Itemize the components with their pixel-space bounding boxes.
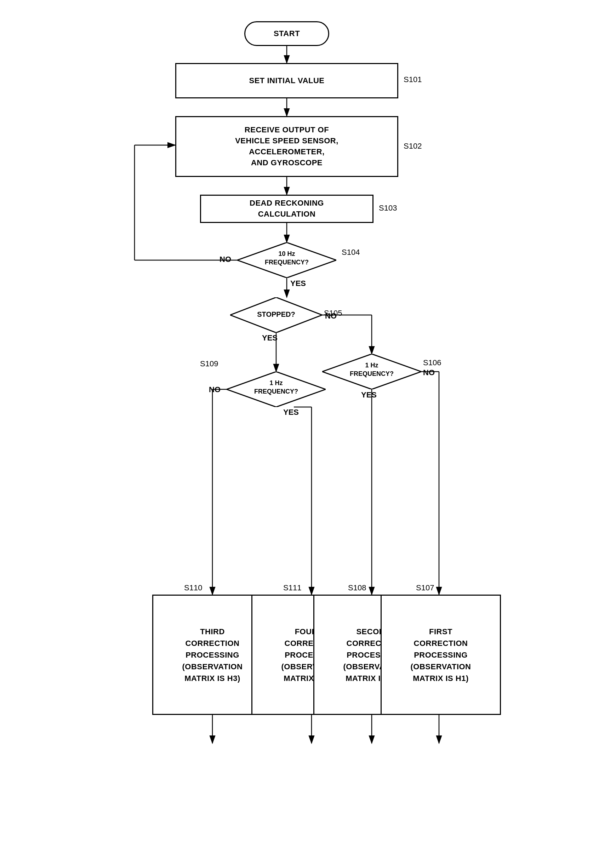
s103-step: S103 <box>379 204 397 213</box>
start-label: START <box>273 29 300 38</box>
s109-diamond: 1 Hz FREQUENCY? <box>226 372 326 407</box>
svg-text:1 Hz: 1 Hz <box>365 362 378 369</box>
s101-label: SET INITIAL VALUE <box>249 76 324 85</box>
s106-diamond: 1 Hz FREQUENCY? <box>322 354 421 389</box>
flowchart-diagram: START SET INITIAL VALUE S101 RECEIVE OUT… <box>113 14 503 857</box>
s103-node: DEAD RECKONING CALCULATION <box>200 195 374 223</box>
s104-no-label: NO <box>220 255 231 264</box>
s104-diamond: 10 Hz FREQUENCY? <box>237 242 336 278</box>
s109-no-label: NO <box>209 385 220 394</box>
svg-text:10 Hz: 10 Hz <box>278 250 295 257</box>
s106-no-label: NO <box>423 368 435 377</box>
s105-yes-label: YES <box>262 333 278 342</box>
s107-node: FIRST CORRECTION PROCESSING (OBSERVATION… <box>380 595 501 715</box>
svg-text:STOPPED?: STOPPED? <box>257 311 295 318</box>
svg-text:FREQUENCY?: FREQUENCY? <box>350 370 394 377</box>
s104-step: S104 <box>342 248 360 257</box>
s104-yes-label: YES <box>290 279 306 288</box>
s107-step: S107 <box>416 583 434 592</box>
s102-node: RECEIVE OUTPUT OF VEHICLE SPEED SENSOR, … <box>175 116 398 177</box>
s108-step: S108 <box>348 583 366 592</box>
s101-node: SET INITIAL VALUE <box>175 63 398 98</box>
s103-label: DEAD RECKONING CALCULATION <box>250 198 324 220</box>
s105-no-label: NO <box>325 311 337 321</box>
start-node: START <box>244 21 329 46</box>
svg-text:1 Hz: 1 Hz <box>269 380 283 386</box>
s109-yes-label: YES <box>283 408 299 417</box>
s102-label: RECEIVE OUTPUT OF VEHICLE SPEED SENSOR, … <box>235 125 338 168</box>
svg-text:FREQUENCY?: FREQUENCY? <box>254 388 298 395</box>
svg-text:FREQUENCY?: FREQUENCY? <box>265 259 309 266</box>
s110-label: THIRD CORRECTION PROCESSING (OBSERVATION… <box>182 626 242 684</box>
s111-step: S111 <box>283 583 301 592</box>
s110-step: S110 <box>184 583 202 592</box>
s101-step: S101 <box>404 75 422 84</box>
s106-yes-label: YES <box>361 390 377 400</box>
s107-label: FIRST CORRECTION PROCESSING (OBSERVATION… <box>410 626 471 684</box>
s106-step: S106 <box>423 358 441 367</box>
s102-step: S102 <box>404 141 422 151</box>
s109-step: S109 <box>200 359 218 369</box>
s105-diamond: STOPPED? <box>230 297 322 333</box>
